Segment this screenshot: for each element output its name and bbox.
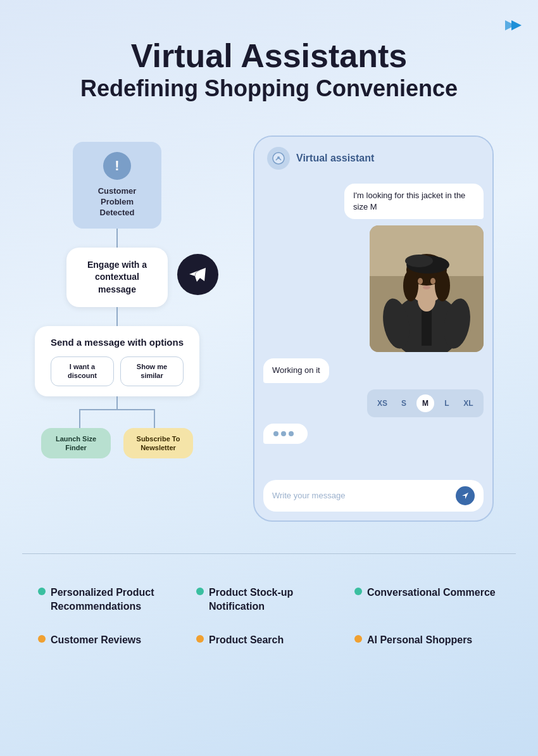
svg-point-19 — [423, 286, 430, 289]
svg-marker-1 — [511, 20, 522, 30]
headline: Virtual Assistants — [0, 38, 538, 74]
problem-label: Customer Problem Detected — [85, 186, 149, 218]
assistant-title: Virtual assistant — [296, 153, 374, 164]
size-xl[interactable]: XL — [460, 394, 477, 412]
options-row: I want a discount Show me similar — [46, 356, 188, 386]
action-newsletter[interactable]: Subscribe To Newsletter — [123, 428, 193, 459]
feature-item: Conversational Commerce — [354, 586, 500, 614]
feature-dot — [38, 588, 46, 595]
action-size-finder[interactable]: Launch Size Finder — [41, 428, 111, 459]
features-grid: Personalized Product Recommendations Pro… — [0, 554, 538, 679]
svg-point-16 — [405, 255, 433, 267]
feature-dot — [196, 588, 204, 595]
assistant-avatar-icon — [267, 147, 290, 170]
user-message-1: I'm looking for this jacket in the size … — [344, 184, 484, 219]
size-selector[interactable]: XS S M L XL — [367, 389, 484, 417]
phone-mockup: Virtual assistant I'm looking for this j… — [228, 129, 519, 522]
feature-dot — [354, 635, 362, 643]
connector-1 — [116, 229, 118, 248]
feature-item: Personalized Product Recommendations — [38, 586, 184, 614]
size-m[interactable]: M — [416, 394, 434, 412]
actions-row: Launch Size Finder Subscribe To Newslett… — [35, 428, 199, 459]
page-header: Virtual Assistants Redefining Shopping C… — [0, 0, 538, 117]
size-l[interactable]: L — [438, 394, 456, 412]
chat-area: I'm looking for this jacket in the size … — [254, 177, 492, 480]
send-button[interactable] — [456, 486, 475, 505]
feature-text: Product Stock-up Notification — [209, 586, 342, 614]
telegram-icon — [177, 254, 218, 295]
connector-2 — [116, 307, 118, 326]
svg-point-3 — [277, 156, 280, 159]
chat-input-placeholder[interactable]: Write your message — [272, 491, 449, 500]
feature-dot — [38, 635, 46, 643]
feature-item: Customer Reviews — [38, 633, 184, 647]
feature-text: Product Search — [209, 633, 284, 647]
option-discount[interactable]: I want a discount — [51, 356, 114, 386]
dot-3 — [289, 431, 294, 436]
size-xs[interactable]: XS — [373, 394, 391, 412]
feature-text: Conversational Commerce — [367, 586, 496, 600]
size-s[interactable]: S — [395, 394, 413, 412]
option-similar[interactable]: Show me similar — [120, 356, 184, 386]
feature-dot — [196, 635, 204, 643]
feature-item: Product Search — [196, 633, 342, 647]
feature-item: Product Stock-up Notification — [196, 586, 342, 614]
engage-label: Engage with a contextual message — [80, 259, 154, 296]
svg-point-14 — [435, 270, 450, 301]
alert-icon: ! — [103, 152, 131, 180]
send-message-box: Send a message with options I want a dis… — [35, 326, 199, 396]
working-message: Working on it — [263, 358, 329, 382]
dot-1 — [273, 431, 278, 436]
subheadline: Redefining Shopping Convenience — [0, 74, 538, 104]
flow-diagram: ! Customer Problem Detected Engage with … — [19, 129, 215, 458]
send-message-title: Send a message with options — [46, 336, 188, 349]
feature-text: Customer Reviews — [51, 633, 141, 647]
problem-box: ! Customer Problem Detected — [73, 142, 161, 229]
dot-2 — [281, 431, 286, 436]
svg-point-18 — [430, 278, 435, 284]
phone-header: Virtual assistant — [254, 137, 492, 177]
svg-point-17 — [418, 278, 423, 284]
feature-item: AI Personal Shoppers — [354, 633, 500, 647]
chat-input-row: Write your message — [263, 480, 484, 512]
svg-point-13 — [403, 270, 418, 301]
engage-box: Engage with a contextual message — [66, 248, 168, 308]
feature-text: AI Personal Shoppers — [367, 633, 472, 647]
split-connector — [35, 396, 199, 428]
typing-indicator — [263, 424, 308, 444]
feature-dot — [354, 588, 362, 595]
feature-text: Personalized Product Recommendations — [51, 586, 184, 614]
jacket-image — [370, 225, 484, 352]
logo — [500, 13, 525, 38]
phone-frame: Virtual assistant I'm looking for this j… — [253, 135, 494, 522]
